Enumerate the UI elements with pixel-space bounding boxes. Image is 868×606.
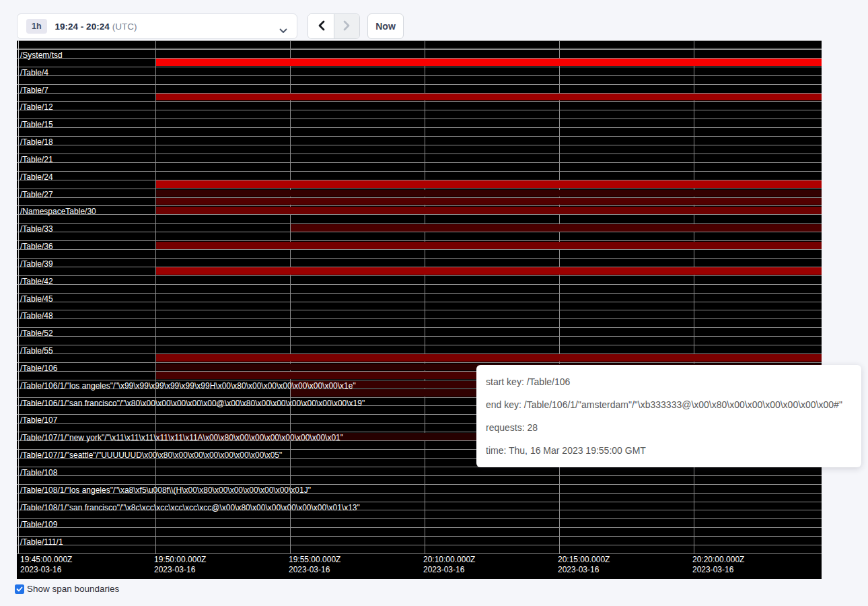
time-gridline	[425, 40, 425, 553]
span-boundary-line	[17, 223, 822, 224]
row-label: /Table/106/1/"los angeles"/"\x99\x99\x99…	[20, 382, 356, 391]
span-boundary-line	[17, 214, 822, 215]
heat-band	[156, 180, 822, 187]
span-boundary-line	[17, 318, 822, 319]
span-boundary-line	[17, 84, 822, 85]
span-boundaries-control: Show span boundaries	[15, 584, 119, 594]
span-boundary-line	[17, 205, 822, 206]
key-visualizer-heatmap[interactable]: /System/tsd/Table/4/Table/7/Table/12/Tab…	[17, 40, 822, 579]
heat-band	[291, 224, 822, 231]
x-axis-tick: 19:55:00.000Z2023-03-16	[289, 555, 340, 575]
span-boundary-line	[17, 345, 822, 345]
span-boundary-line	[17, 518, 822, 519]
time-nav-group	[308, 13, 360, 39]
row-label: /Table/48	[20, 312, 53, 321]
x-axis-tick: 20:10:00.000Z2023-03-16	[423, 555, 475, 575]
tick-time: 19:50:00.000Z	[154, 555, 206, 565]
chevron-left-icon	[317, 20, 326, 33]
chart-top-line	[17, 40, 822, 41]
row-label: /System/tsd	[20, 51, 63, 60]
heat-band	[156, 190, 822, 197]
span-boundary-line	[17, 119, 822, 119]
toolbar: 1h 19:24 - 20:24(UTC) Now	[0, 0, 868, 40]
heat-band	[156, 267, 822, 274]
span-boundary-line	[17, 110, 822, 110]
row-label: /Table/109	[20, 520, 57, 529]
span-boundary-line	[17, 171, 822, 172]
span-boundary-line	[17, 293, 822, 294]
show-span-boundaries-label: Show span boundaries	[27, 584, 119, 594]
row-label: /Table/7	[20, 86, 48, 95]
row-label: /Table/42	[20, 277, 53, 286]
tick-time: 19:55:00.000Z	[289, 555, 340, 565]
tooltip-requests: requests: 28	[486, 416, 852, 439]
row-label: /NamespaceTable/30	[20, 207, 96, 216]
heat-band	[156, 94, 822, 100]
timezone-label: (UTC)	[112, 22, 137, 32]
span-boundary-line	[17, 249, 822, 250]
tick-date: 2023-03-16	[154, 565, 206, 575]
prev-time-button[interactable]	[308, 14, 334, 38]
tooltip-start-key: start key: /Table/106	[486, 370, 852, 393]
row-label: /Table/52	[20, 329, 53, 338]
span-boundary-line	[17, 336, 822, 337]
chart-bottom-line	[17, 553, 822, 554]
show-span-boundaries-checkbox[interactable]	[15, 584, 24, 594]
span-boundary-line	[17, 145, 822, 145]
row-label: /Table/27	[20, 191, 53, 199]
tick-date: 2023-03-16	[692, 565, 744, 575]
span-boundary-line	[17, 48, 822, 48]
row-label: /Table/107/1/"seattle"/"UUUUUUD\x00\x80\…	[20, 451, 282, 460]
tick-time: 20:10:00.000Z	[423, 555, 475, 565]
row-label: /Table/106/1/"san francisco"/"\x80\x00\x…	[20, 399, 365, 408]
tick-time: 20:20:00.000Z	[692, 555, 744, 565]
row-label: /Table/4	[20, 69, 48, 77]
chart-left-edge-line	[18, 40, 19, 553]
tooltip-end-key: end key: /Table/106/1/"amsterdam"/"\xb33…	[486, 393, 852, 416]
span-boundary-line	[17, 189, 822, 189]
row-label: /Table/108/1/"san francisco"/"\x8c\xcc\x…	[20, 504, 360, 512]
row-label: /Table/36	[20, 242, 53, 251]
row-label: /Table/12	[20, 103, 53, 112]
tick-date: 2023-03-16	[289, 565, 340, 575]
heat-band	[156, 198, 822, 205]
span-boundary-line	[17, 302, 822, 302]
span-boundary-line	[17, 232, 822, 232]
tooltip-time: time: Thu, 16 Mar 2023 19:55:00 GMT	[486, 439, 852, 462]
hover-tooltip: start key: /Table/106 end key: /Table/10…	[476, 365, 861, 467]
span-boundary-line	[17, 127, 822, 128]
row-label: /Table/15	[20, 121, 53, 129]
span-boundary-line	[17, 75, 822, 76]
time-range-label: 19:24 - 20:24(UTC)	[55, 22, 137, 32]
next-time-button[interactable]	[334, 14, 359, 38]
heat-band	[156, 242, 822, 248]
heat-band	[156, 354, 822, 361]
time-range-select[interactable]: 1h 19:24 - 20:24(UTC)	[17, 13, 297, 39]
span-boundary-line	[17, 327, 822, 328]
row-label: /Table/39	[20, 260, 53, 269]
heat-band	[156, 59, 822, 65]
time-gridline	[694, 40, 694, 553]
tick-time: 20:15:00.000Z	[558, 555, 610, 565]
time-gridline	[559, 40, 560, 553]
span-boundary-line	[17, 240, 822, 241]
span-boundary-line	[17, 67, 822, 67]
span-boundary-line	[17, 502, 822, 502]
tick-date: 2023-03-16	[423, 565, 475, 575]
row-label: /Table/33	[20, 225, 53, 234]
span-boundary-line	[17, 49, 822, 50]
tick-time: 19:45:00.000Z	[20, 555, 72, 565]
row-label: /Table/111/1	[20, 538, 63, 547]
row-label: /Table/24	[20, 173, 53, 182]
row-label: /Table/107	[20, 416, 57, 425]
time-gridline	[290, 40, 291, 553]
now-button[interactable]: Now	[367, 13, 404, 39]
row-label: /Table/18	[20, 138, 53, 147]
span-boundary-line	[17, 475, 822, 476]
row-label: /Table/55	[20, 347, 53, 356]
time-range-value: 19:24 - 20:24	[55, 22, 110, 32]
x-axis-tick: 19:50:00.000Z2023-03-16	[154, 555, 206, 575]
time-gridline	[155, 40, 156, 553]
x-axis-tick: 20:15:00.000Z2023-03-16	[558, 555, 610, 575]
span-boundary-line	[17, 154, 822, 154]
